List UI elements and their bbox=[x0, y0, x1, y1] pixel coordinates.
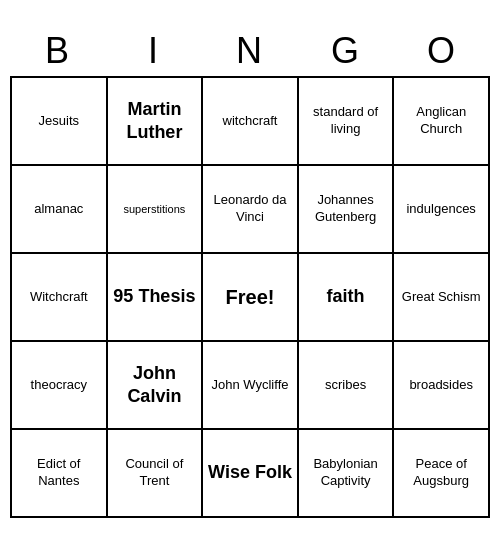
table-row[interactable]: broadsides bbox=[394, 342, 490, 430]
table-row[interactable]: 95 Thesis bbox=[108, 254, 204, 342]
table-row[interactable]: Wise Folk bbox=[203, 430, 299, 518]
table-row[interactable]: Martin Luther bbox=[108, 78, 204, 166]
table-row[interactable]: witchcraft bbox=[203, 78, 299, 166]
table-row[interactable]: Babylonian Captivity bbox=[299, 430, 395, 518]
header-b: B bbox=[10, 26, 106, 76]
table-row[interactable]: scribes bbox=[299, 342, 395, 430]
table-row[interactable]: Leonardo da Vinci bbox=[203, 166, 299, 254]
table-row[interactable]: John Wycliffe bbox=[203, 342, 299, 430]
table-row[interactable]: faith bbox=[299, 254, 395, 342]
bingo-card: B I N G O JesuitsMartin Lutherwitchcraft… bbox=[10, 26, 490, 518]
table-row[interactable]: Great Schism bbox=[394, 254, 490, 342]
table-row[interactable]: Witchcraft bbox=[12, 254, 108, 342]
table-row[interactable]: almanac bbox=[12, 166, 108, 254]
table-row[interactable]: Jesuits bbox=[12, 78, 108, 166]
table-row[interactable]: superstitions bbox=[108, 166, 204, 254]
table-row[interactable]: Johannes Gutenberg bbox=[299, 166, 395, 254]
header-i: I bbox=[106, 26, 202, 76]
table-row[interactable]: theocracy bbox=[12, 342, 108, 430]
table-row[interactable]: John Calvin bbox=[108, 342, 204, 430]
header-g: G bbox=[298, 26, 394, 76]
table-row[interactable]: Peace of Augsburg bbox=[394, 430, 490, 518]
table-row[interactable]: indulgences bbox=[394, 166, 490, 254]
table-row[interactable]: Anglican Church bbox=[394, 78, 490, 166]
table-row[interactable]: standard of living bbox=[299, 78, 395, 166]
header-o: O bbox=[394, 26, 490, 76]
bingo-grid: JesuitsMartin Lutherwitchcraftstandard o… bbox=[10, 76, 490, 518]
bingo-header: B I N G O bbox=[10, 26, 490, 76]
table-row[interactable]: Council of Trent bbox=[108, 430, 204, 518]
table-row[interactable]: Free! bbox=[203, 254, 299, 342]
header-n: N bbox=[202, 26, 298, 76]
table-row[interactable]: Edict of Nantes bbox=[12, 430, 108, 518]
